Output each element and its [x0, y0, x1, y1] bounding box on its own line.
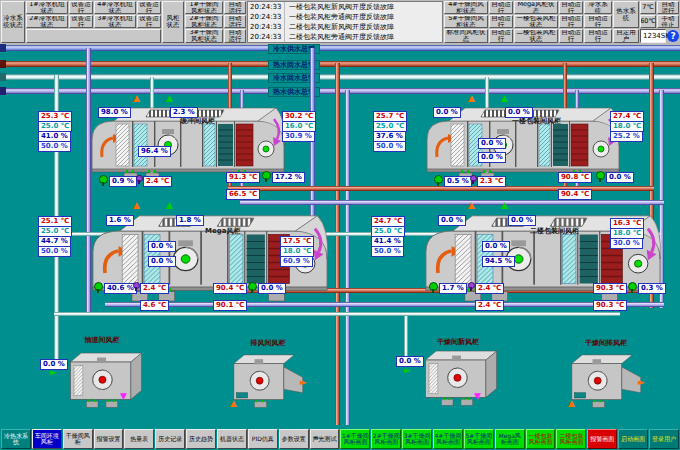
damper-position: 2.3 % — [170, 107, 198, 118]
ahu-dry2-status: 自动运行 — [224, 15, 246, 28]
alarm-row[interactable]: 20:24:33二楼包装风柜新风阀开度反馈故障 — [248, 22, 442, 32]
chilled-water-temp: 2.4 ℃ — [475, 283, 504, 294]
chiller-4-status-button[interactable]: 4#冷水机组状态 — [94, 1, 136, 14]
ahu-dry1-button[interactable]: 1#干燥间风柜状态 — [185, 1, 223, 14]
hot-return-temp: 90.4 ℃ — [558, 189, 592, 200]
chiller-3-status-button[interactable]: 3#冷水机组状态 — [94, 15, 136, 28]
chilled-valve-position: 40.6 % — [104, 283, 137, 294]
chilled-valve-position: 0.9 % — [109, 176, 137, 187]
alarm-row[interactable]: 20:24:33二楼包装风柜旁通阀开度反馈故障 — [248, 32, 442, 42]
chilled-valve-position: 1.7 % — [439, 283, 467, 294]
nav-dry-ahu-2-screen[interactable]: 2#干燥间风柜画面 — [371, 429, 401, 449]
hot-supply-temp: 91.3 ℃ — [226, 172, 260, 183]
chilled-water-temp: 2.4 ℃ — [140, 283, 169, 294]
ahu-pack2-status: 自动运行 — [559, 29, 583, 43]
alarm-time: 20:24:33 — [248, 22, 285, 32]
ahu-name: 二楼包装间风柜 — [530, 226, 579, 236]
bypass-damper: 0.0 % — [148, 256, 176, 267]
humidity-setpoint: 50.0 % — [38, 141, 71, 152]
chiller-4-status: 设备运行 — [137, 1, 161, 14]
temp-readout-1: 7℃ — [640, 1, 656, 14]
chilled-water-temp: 2.3 ℃ — [477, 176, 506, 187]
airflow-up-arrow-icon: ▲ — [468, 201, 475, 210]
humidity-setpoint: 50.0 % — [373, 141, 406, 152]
alarm-row[interactable]: 20:24:33一楼包装风柜新风阀开度反馈故障 — [248, 2, 442, 12]
ahu-dry2-button[interactable]: 2#干燥间风柜状态 — [185, 15, 223, 28]
hot-valve-position: 0.0 % — [258, 283, 286, 294]
nav-history-records[interactable]: 历史记录 — [155, 429, 185, 449]
chiller-2-status-button[interactable]: 2#冷水机组状态 — [26, 15, 68, 28]
ahu-mega-button[interactable]: Mega风柜状态 — [514, 1, 558, 14]
valve-icon — [248, 282, 257, 291]
nav-pack-2f-screen[interactable]: 二楼包装风柜画面 — [556, 429, 586, 449]
pipe-riser — [345, 90, 350, 425]
chiller-1-status-button[interactable]: 1#冷水机组状态 — [26, 1, 68, 14]
pipe-hot-return-main — [0, 61, 680, 67]
sensor-icon — [468, 282, 475, 289]
small-ahu-graphic — [415, 344, 507, 408]
chilled-system-status-2: 自动运行 — [584, 29, 612, 43]
pipe-header — [240, 200, 664, 205]
nav-login-user[interactable]: 登录用户 — [649, 429, 679, 449]
chilled-water-temp: 2.4 ℃ — [143, 176, 172, 187]
nav-chilled-hot-water[interactable]: 冷热水系统 — [1, 429, 31, 449]
nav-dry-ahu-1-screen[interactable]: 1#干燥间风柜画面 — [340, 429, 370, 449]
valve-icon — [434, 175, 443, 184]
damper-position: 0.0 % — [505, 107, 533, 118]
airflow-up-arrow-icon: ▲ — [501, 201, 508, 210]
system-status-manual[interactable]: 手动停止 — [657, 15, 679, 28]
ahu-pack2-button[interactable]: 二楼包装风柜状态 — [514, 29, 558, 43]
airflow-right-arrow-icon: ► — [50, 368, 57, 377]
help-icon[interactable]: ? — [667, 30, 679, 42]
valve-icon — [99, 175, 108, 184]
nav-mega-ahu-screen[interactable]: Mega风柜画面 — [495, 429, 525, 449]
airflow-up-arrow-icon: ▲ — [166, 201, 173, 210]
ahu-dry4-button[interactable]: 4#干燥间风柜状态 — [444, 1, 488, 14]
supply-humidity: 30.0 % — [610, 238, 643, 249]
chiller-1-status: 设备运行 — [69, 1, 93, 14]
airflow-right-arrow-icon: ► — [404, 366, 411, 375]
nav-pid[interactable]: PID仿真 — [248, 429, 278, 449]
nav-alarm-settings[interactable]: 报警设置 — [94, 429, 124, 449]
temp-readout-2: 60℃ — [640, 15, 656, 28]
pipe-chilled-return-main — [0, 74, 680, 80]
nav-dry-ahu-5-screen[interactable]: 5#干燥间风柜画面 — [464, 429, 494, 449]
ahu-dry3-button[interactable]: 3#干燥间风柜状态 — [185, 29, 223, 43]
nav-history-trend[interactable]: 历史趋势 — [186, 429, 216, 449]
scada-hvac-screen: 冷水系统状态 1#冷水机组状态 设备运行 4#冷水机组状态 设备运行 2#冷水机… — [0, 0, 680, 450]
damper-position: 1.6 % — [106, 215, 134, 226]
nav-dry-ahu-3-screen[interactable]: 3#干燥间风柜画面 — [402, 429, 432, 449]
bypass-damper: 0.0 % — [478, 138, 506, 149]
ahu-dry3-status: 自动运行 — [224, 29, 246, 43]
ahu-name: Mega风柜 — [205, 226, 240, 236]
airflow-up-arrow-icon: ▲ — [501, 94, 508, 103]
nav-sound-light-test[interactable]: 声光测试 — [310, 429, 340, 449]
ahu-dry5-button[interactable]: 5#干燥间风柜状态 — [444, 15, 488, 28]
user-code-input[interactable]: 1234SK — [640, 29, 666, 43]
nav-heat-meter[interactable]: 热量表 — [124, 429, 154, 449]
nav-parameter-settings[interactable]: 参数设置 — [279, 429, 309, 449]
nav-machine-status[interactable]: 机器状态 — [217, 429, 247, 449]
nav-start-screen[interactable]: 启动画面 — [618, 429, 648, 449]
nav-alarm-screen[interactable]: 报警画面 — [587, 429, 617, 449]
ahu-pack1-button[interactable]: 一楼包装风柜状态 — [514, 15, 558, 28]
supply-humidity: 25.2 % — [610, 131, 643, 142]
hot-return-temp: 90.3 ℃ — [593, 300, 627, 311]
bypass-damper: 0.0 % — [148, 241, 176, 252]
humidity-setpoint: 50.0 % — [371, 246, 404, 257]
pipe-header — [54, 312, 620, 316]
alarm-row[interactable]: 20:24:33一楼包装风柜旁通阀开度反馈故障 — [248, 12, 442, 22]
ahu-std-button[interactable]: 标准间风柜状态 — [444, 29, 488, 43]
nav-drying-room-ahu[interactable]: 干燥间风柜 — [63, 429, 93, 449]
small-unit-label: 抽湿间风柜 — [52, 335, 152, 345]
ahu-pack1-status: 自动运行 — [559, 15, 583, 28]
pipe-riser — [335, 63, 340, 425]
hot-return-temp: 90.1 ℃ — [213, 300, 247, 311]
system-status-auto[interactable]: 自动运行 — [657, 1, 679, 14]
nav-dry-ahu-4-screen[interactable]: 4#干燥间风柜画面 — [433, 429, 463, 449]
nav-workshop-env-ahu[interactable]: 车间环境风柜 — [32, 429, 62, 449]
ahu-std-status: 自动运行 — [489, 29, 513, 43]
nav-pack-1f-screen[interactable]: 一楼包装风柜画面 — [526, 429, 556, 449]
pipe-chilled-supply-main — [0, 45, 680, 51]
bypass-damper: 94.5 % — [482, 256, 515, 267]
